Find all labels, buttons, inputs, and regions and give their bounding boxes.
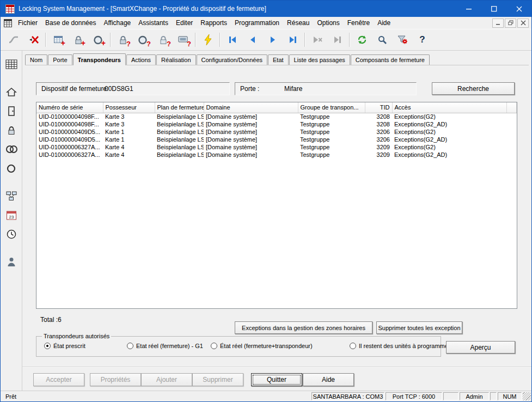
radio-il-restent-des-unites-a-programmer[interactable]: Il restent des unités à programmer [350, 343, 450, 349]
window-title: Locking System Management - [SmartXChang… [19, 5, 266, 13]
search-icon [377, 35, 387, 45]
menu-rapports[interactable]: Rapports [197, 17, 231, 29]
program-button[interactable] [198, 32, 218, 48]
plus-badge-icon: + [101, 39, 106, 47]
table-row[interactable]: UID-010000004098F...Karte 3Beispielanlag… [36, 120, 517, 128]
connect-cable-icon [8, 35, 19, 45]
read-transponder-button[interactable]: ? [133, 32, 153, 48]
mdi-minimize-button[interactable] [492, 19, 504, 28]
transponder-table[interactable]: Numéro de sériePossesseurPlan de fermetu… [36, 102, 517, 309]
next-record-button[interactable] [262, 32, 283, 48]
tab-actions[interactable]: Actions [126, 54, 156, 65]
matrix-view-button[interactable] [3, 56, 20, 72]
column-header-domaine[interactable]: Domaine [204, 102, 298, 113]
tab-realisation[interactable]: Réalisation [156, 54, 195, 65]
menu-base-de-donnees[interactable]: Base de données [41, 17, 100, 29]
menu-aide[interactable]: Aide [374, 17, 394, 29]
table-cell [506, 143, 517, 151]
time-zone-plan-button[interactable] [3, 226, 20, 242]
home-button[interactable] [3, 84, 20, 100]
apercu-button[interactable]: Aperçu [446, 341, 515, 354]
refresh-button[interactable] [352, 32, 372, 48]
recherche-button[interactable]: Recherche [432, 82, 515, 95]
column-header-numero-de-serie[interactable]: Numéro de série [36, 102, 103, 113]
radio-etat-reel-fermeture-transpondeur[interactable]: État réel (fermeture+transpondeur) [211, 343, 313, 349]
lock-button[interactable] [3, 122, 20, 138]
maximize-button[interactable] [481, 1, 506, 17]
first-record-button[interactable] [222, 32, 242, 48]
read-card-button[interactable]: ? [173, 32, 193, 48]
person-button[interactable] [3, 254, 20, 270]
disconnect-database-button[interactable] [23, 32, 44, 48]
tab-etat[interactable]: Etat [268, 54, 289, 65]
new-lock-button[interactable]: + [68, 32, 88, 48]
menu-options[interactable]: Options [313, 17, 343, 29]
delete-exceptions-button[interactable]: Supprimer toutes les exception [376, 321, 462, 334]
column-header-plan-de-fermeture[interactable]: Plan de fermeture [155, 102, 204, 113]
table-row[interactable]: UID-01000000409D5...Karte 1Beispielanlag… [36, 136, 517, 143]
radio-label: Il restent des unités à programmer [359, 343, 450, 349]
resize-grip-icon[interactable] [523, 392, 531, 400]
menu-affichage[interactable]: Affichage [100, 17, 134, 29]
tab-liste-des-passages[interactable]: Liste des passages [289, 54, 350, 65]
tab-nom[interactable]: Nom [25, 54, 47, 65]
column-header-acces[interactable]: Accès [392, 102, 506, 113]
table-row[interactable]: UID-01000000409D5...Karte 1Beispielanlag… [36, 128, 517, 136]
tab-composants-de-fermeture[interactable]: Composants de fermeture [351, 54, 430, 65]
table-row[interactable]: UID-010000006327A...Karte 4Beispielanlag… [36, 151, 517, 159]
menu-programmation[interactable]: Programmation [231, 17, 283, 29]
tab-configuration-donnees[interactable]: Configuration/Données [197, 54, 268, 65]
new-locking-system-button[interactable]: + [48, 32, 68, 48]
read-lock-button[interactable]: ? [113, 32, 133, 48]
read-mifare-lock-button[interactable]: ? [153, 32, 173, 48]
radio-etat-reel-fermeture-g1[interactable]: Etat réel (fermeture) - G1 [127, 343, 203, 349]
calendar-icon: 23 [6, 210, 17, 221]
menu-fenetre[interactable]: Fenêtre [344, 17, 374, 29]
menu-fichier[interactable]: Fichier [14, 17, 41, 29]
menu-reseau[interactable]: Réseau [283, 17, 313, 29]
minimize-icon [466, 6, 472, 12]
search-button[interactable] [372, 32, 392, 48]
help-button[interactable]: ? [412, 32, 432, 48]
column-header-groupe-de-transpon[interactable]: Groupe de transpon... [298, 102, 365, 113]
column-header-possesseur[interactable]: Possesseur [103, 102, 155, 113]
mdi-close-button[interactable] [517, 19, 529, 28]
table-cell: 3206 [365, 128, 392, 136]
previous-record-button[interactable] [242, 32, 262, 48]
minimize-button[interactable] [456, 1, 481, 17]
transponder-groups-button[interactable] [3, 141, 20, 157]
table-row[interactable]: UID-010000004098F...Karte 3Beispielanlag… [36, 113, 517, 120]
exceptions-button[interactable]: Exceptions dans la gestion des zones hor… [235, 321, 372, 334]
radio-etat-prescrit[interactable]: État prescrit [44, 343, 85, 349]
calendar-button[interactable]: 23 [3, 207, 20, 223]
transponder-group-icon [5, 144, 18, 154]
table-cell: Karte 1 [103, 136, 155, 143]
menu-editer[interactable]: Editer [172, 17, 197, 29]
connect-database-button[interactable] [3, 32, 23, 48]
app-window: Locking System Management - [SmartXChang… [0, 0, 532, 402]
document-icon[interactable] [4, 19, 13, 27]
main-content: NomPorteTranspondeursActionsRéalisationC… [22, 51, 531, 391]
last-record-button[interactable] [283, 32, 303, 48]
door-button[interactable] [3, 103, 20, 119]
network-button[interactable] [3, 188, 20, 204]
table-row[interactable]: UID-010000006327A...Karte 4Beispielanlag… [36, 143, 517, 151]
status-tcp-port: Port TCP : 6000 [386, 392, 442, 400]
mdi-restore-button[interactable] [505, 19, 516, 28]
quitter-button[interactable]: Quitter [251, 373, 302, 386]
status-user: Admin [460, 392, 489, 400]
next-record-icon [269, 36, 277, 44]
new-transponder-button[interactable]: + [88, 32, 108, 48]
column-header-tid[interactable]: TID [365, 102, 392, 113]
tab-porte[interactable]: Porte [48, 54, 72, 65]
transponder-button[interactable] [3, 160, 20, 176]
goto-record-icon [333, 36, 342, 44]
table-cell: Karte 4 [103, 143, 155, 151]
menu-assistants[interactable]: Assistants [134, 17, 172, 29]
aide-button[interactable]: Aide [303, 373, 354, 386]
close-button[interactable] [506, 1, 531, 17]
tab-transpondeurs[interactable]: Transpondeurs [73, 53, 126, 65]
filter-settings-button[interactable] [392, 32, 412, 48]
table-cell: Testgruppe [298, 113, 365, 120]
toolbar: + + + ? ? [1, 29, 531, 51]
